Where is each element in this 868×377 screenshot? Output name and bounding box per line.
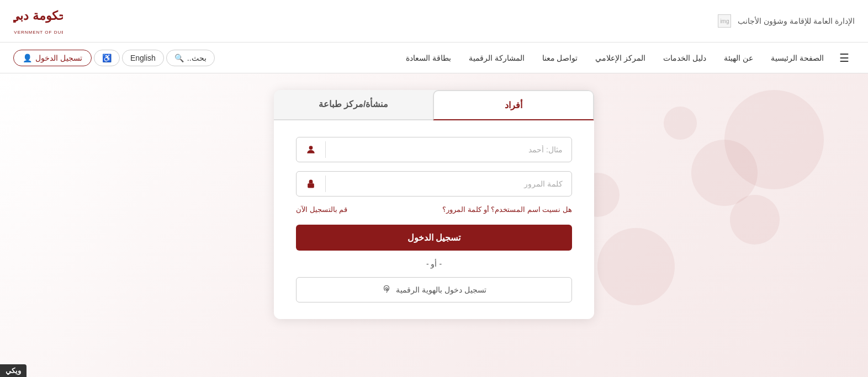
navbar: ☰ الصفحة الرئيسية عن الهيئة دليل الخدمات… <box>0 43 868 73</box>
top-bar: الإدارة العامة للإقامة وشؤون الأجانب img… <box>0 0 868 43</box>
svg-point-4 <box>386 289 387 290</box>
user-icon: 👤 <box>23 54 32 62</box>
password-input-group <box>296 171 572 197</box>
main-content: أفراد منشأة/مركز طباعة <box>0 73 868 377</box>
accessibility-button[interactable]: ♿ <box>94 50 120 66</box>
language-toggle[interactable]: English <box>122 50 164 66</box>
svg-text:حكومة دبي: حكومة دبي <box>13 9 63 23</box>
svg-rect-3 <box>308 183 314 188</box>
lock-icon <box>297 173 325 195</box>
svg-point-2 <box>309 146 313 150</box>
login-nav-label: تسجيل الدخول <box>35 54 82 62</box>
search-text: بحث.. <box>187 54 207 62</box>
bg-circle-3 <box>730 195 780 245</box>
or-divider: - أو - <box>296 259 572 268</box>
nav-about[interactable]: عن الهيئة <box>716 49 761 67</box>
login-tabs: أفراد منشأة/مركز طباعة <box>274 90 594 120</box>
header-image: img <box>718 14 731 28</box>
nav-services[interactable]: دليل الخدمات <box>655 49 714 67</box>
login-nav-button[interactable]: تسجيل الدخول 👤 <box>13 50 92 66</box>
digital-id-button[interactable]: تسجيل دخول بالهوية الرقمية <box>296 277 572 302</box>
card-body: هل نسيت اسم المستخدم؟ أو كلمة المرور؟ قم… <box>274 120 594 319</box>
bg-circle-5 <box>597 228 675 305</box>
wiki-badge: ويكي <box>0 364 27 377</box>
search-bar[interactable]: بحث.. 🔍 <box>166 50 215 66</box>
password-input[interactable] <box>326 172 571 196</box>
accessibility-icon: ♿ <box>102 54 112 62</box>
logo-area: حكومة دبي GOVERNMENT OF DUBAI <box>13 4 63 38</box>
hamburger-menu[interactable]: ☰ <box>834 48 855 68</box>
tab-individuals[interactable]: أفراد <box>433 90 594 120</box>
user-field-icon <box>297 139 325 161</box>
nav-digital[interactable]: المشاركة الرقمية <box>461 49 532 67</box>
top-right-text: الإدارة العامة للإقامة وشؤون الأجانب <box>738 17 855 25</box>
login-button[interactable]: تسجيل الدخول <box>296 225 572 251</box>
links-row: هل نسيت اسم المستخدم؟ أو كلمة المرور؟ قم… <box>296 205 572 214</box>
bg-circle-4 <box>664 107 697 140</box>
government-logo: حكومة دبي GOVERNMENT OF DUBAI <box>13 4 63 38</box>
svg-text:GOVERNMENT OF DUBAI: GOVERNMENT OF DUBAI <box>13 30 63 35</box>
input-divider-1 <box>325 141 326 158</box>
fingerprint-icon <box>382 285 391 295</box>
nav-contact[interactable]: تواصل معنا <box>534 49 586 67</box>
input-divider-2 <box>325 176 326 192</box>
forgot-password-link[interactable]: هل نسيت اسم المستخدم؟ أو كلمة المرور؟ <box>442 205 572 214</box>
nav-media[interactable]: المركز الإعلامي <box>588 49 653 67</box>
username-input-group <box>296 137 572 162</box>
bg-circle-1 <box>724 90 824 189</box>
login-card: أفراد منشأة/مركز طباعة <box>274 90 594 319</box>
top-bar-right: الإدارة العامة للإقامة وشؤون الأجانب img <box>718 14 855 28</box>
tab-business[interactable]: منشأة/مركز طباعة <box>274 90 433 120</box>
username-input[interactable] <box>326 137 571 162</box>
register-link[interactable]: قم بالتسجيل الآن <box>296 205 347 214</box>
search-icon: 🔍 <box>174 54 184 62</box>
nav-home[interactable]: الصفحة الرئيسية <box>763 49 832 67</box>
nav-happiness[interactable]: بطاقة السعادة <box>398 49 459 67</box>
digital-id-label: تسجيل دخول بالهوية الرقمية <box>396 285 486 294</box>
bg-circle-2 <box>691 140 758 206</box>
